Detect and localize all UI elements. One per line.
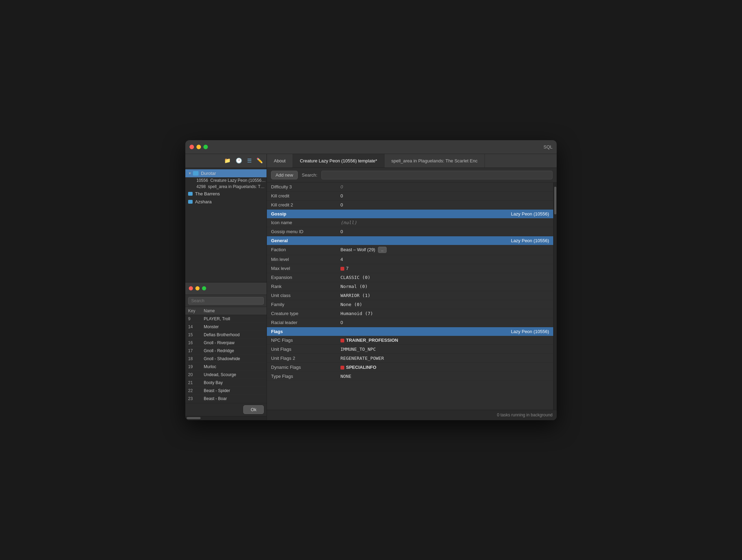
table-row[interactable]: Type FlagsNONE (267, 372, 553, 381)
tree-item-barrens[interactable]: The Barrens (185, 190, 267, 198)
table-row[interactable]: FamilyNone (0) (267, 300, 553, 309)
prop-val: 0 (336, 200, 553, 209)
list-item[interactable]: 15Defias Brotherhood (185, 331, 267, 339)
prop-key: Icon name (267, 218, 336, 227)
prop-key: Type Flags (267, 372, 336, 381)
table-row[interactable]: Racial leader0 (267, 318, 553, 327)
table-row[interactable]: Unit classWARRIOR (1) (267, 291, 553, 300)
faction-button[interactable]: .. (378, 247, 387, 253)
col-header-extra (259, 307, 267, 315)
left-panel: 📁 🕐 ☰ ✏️ ▼ Durotar 10556 Creature Lazy P… (185, 154, 267, 420)
table-row[interactable]: RankNormal (0) (267, 282, 553, 291)
table-row[interactable]: Gossip menu ID0 (267, 227, 553, 236)
table-row[interactable]: Difficulty 30 (267, 183, 553, 192)
null-value: (null) (340, 220, 357, 225)
prop-key: Unit Flags (267, 345, 336, 354)
table-row[interactable]: Kill credit 20 (267, 200, 553, 209)
folder-icon (188, 200, 193, 204)
table-row[interactable]: ExpansionCLASSIC (0) (267, 273, 553, 282)
close-button-sub[interactable] (189, 286, 193, 290)
table-row[interactable]: NPC FlagsTRAINER_PROFESSION (267, 336, 553, 345)
list-item[interactable]: 18Gnoll - Shadowhide (185, 355, 267, 363)
table-row[interactable]: Unit Flags 2REGENERATE_POWER (267, 354, 553, 363)
name-cell: Undead, Scourge (201, 371, 259, 379)
key-cell: 9 (185, 315, 201, 323)
list-item[interactable]: 14Monster (185, 323, 267, 331)
table-row[interactable]: Unit FlagsIMMUNE_TO_NPC (267, 345, 553, 354)
add-new-button[interactable]: Add new (271, 171, 298, 179)
prop-val: Humanoid (7) (336, 309, 553, 318)
prop-val: None (0) (336, 300, 553, 309)
tree-child-4298[interactable]: 4298 spell_area in Plaguelands: The Scar… (185, 184, 267, 190)
name-cell: PLAYER, Troll (201, 315, 259, 323)
minimize-button[interactable] (196, 145, 201, 149)
prop-key: Racial leader (267, 318, 336, 327)
sub-search-area (185, 295, 267, 307)
folder-icon[interactable]: 📁 (224, 158, 231, 164)
key-cell: 21 (185, 379, 201, 387)
list-item[interactable]: 20Undead, Scourge (185, 371, 267, 379)
bottom-scrollbar[interactable] (185, 416, 267, 420)
list-item[interactable]: 16Gnoll - Riverpaw (185, 339, 267, 347)
prop-value: 4 (340, 257, 343, 262)
edit-icon[interactable]: ✏️ (256, 158, 263, 164)
name-cell: Booty Bay (201, 379, 259, 387)
sub-search-input[interactable] (188, 297, 264, 305)
tree-child-10556[interactable]: 10556 Creature Lazy Peon (10556) templat… (185, 177, 267, 184)
key-cell: 22 (185, 387, 201, 394)
prop-val: CLASSIC (0) (336, 273, 553, 282)
table-row[interactable]: Min level4 (267, 255, 553, 264)
prop-value: WARRIOR (1) (340, 293, 370, 298)
list-item[interactable]: 21Booty Bay (185, 379, 267, 387)
prop-val: Normal (0) (336, 282, 553, 291)
table-row[interactable]: FactionBeast – Wolf (29).. (267, 245, 553, 255)
prop-val: 0 (336, 183, 553, 192)
tree-label: The Barrens (195, 191, 220, 196)
prop-key: Kill credit 2 (267, 200, 336, 209)
ok-button[interactable]: Ok (243, 405, 264, 414)
history-icon[interactable]: 🕐 (236, 158, 242, 164)
list-item[interactable]: 23Beast - Boar (185, 394, 267, 402)
task-count: 0 (497, 413, 499, 417)
tab-about[interactable]: About (267, 154, 293, 168)
tabs-bar: About Creature Lazy Peon (10556) templat… (267, 154, 557, 168)
props-area: Difficulty 30Kill credit0Kill credit 20G… (267, 183, 553, 410)
list-item[interactable]: 22Beast - Spider (185, 387, 267, 394)
list-item[interactable]: 19Murloc (185, 363, 267, 371)
prop-val: REGENERATE_POWER (336, 354, 553, 363)
folder-icon (188, 192, 193, 196)
table-row[interactable]: Max level7 (267, 264, 553, 273)
table-row[interactable]: Kill credit0 (267, 191, 553, 200)
right-scrollbar[interactable] (553, 183, 557, 410)
tree-item-durotar[interactable]: ▼ Durotar (185, 169, 267, 177)
search-input[interactable] (321, 171, 553, 179)
section-header: GossipLazy Peon (10556) (267, 209, 553, 218)
prop-value: None (0) (340, 302, 362, 307)
col-header-key: Key (185, 307, 201, 315)
prop-key: Kill credit (267, 191, 336, 200)
prop-value: Beast – Wolf (29) (340, 247, 375, 252)
list-item[interactable]: 17Gnoll - Redridge (185, 347, 267, 355)
close-button[interactable] (189, 145, 194, 149)
maximize-button-sub[interactable] (202, 286, 206, 290)
key-cell: 17 (185, 347, 201, 355)
list-icon[interactable]: ☰ (247, 158, 252, 164)
tree-item-azshara[interactable]: Azshara (185, 198, 267, 206)
table-row[interactable]: Icon name(null) (267, 218, 553, 227)
tab-creature[interactable]: Creature Lazy Peon (10556) template* (293, 154, 385, 168)
status-bar: 0 tasks running in background (267, 410, 557, 420)
tab-spell-area[interactable]: spell_area in Plaguelands: The Scarlet E… (385, 154, 485, 168)
list-item[interactable]: 9PLAYER, Troll (185, 315, 267, 323)
table-row[interactable]: Creature typeHumanoid (7) (267, 309, 553, 318)
prop-key: Faction (267, 245, 336, 255)
maximize-button[interactable] (203, 145, 208, 149)
minimize-button-sub[interactable] (195, 286, 200, 290)
prop-key: Unit class (267, 291, 336, 300)
task-label: tasks running in background (500, 413, 553, 417)
prop-value: REGENERATE_POWER (340, 356, 384, 361)
table-row[interactable]: Dynamic FlagsSPECIALINFO (267, 363, 553, 372)
folder-icon (193, 171, 199, 176)
section-header: FlagsLazy Peon (10556) (267, 327, 553, 336)
scrollbar-thumb (554, 187, 556, 214)
sub-table: Key Name 9PLAYER, Troll14Monster15Defias… (185, 307, 267, 403)
